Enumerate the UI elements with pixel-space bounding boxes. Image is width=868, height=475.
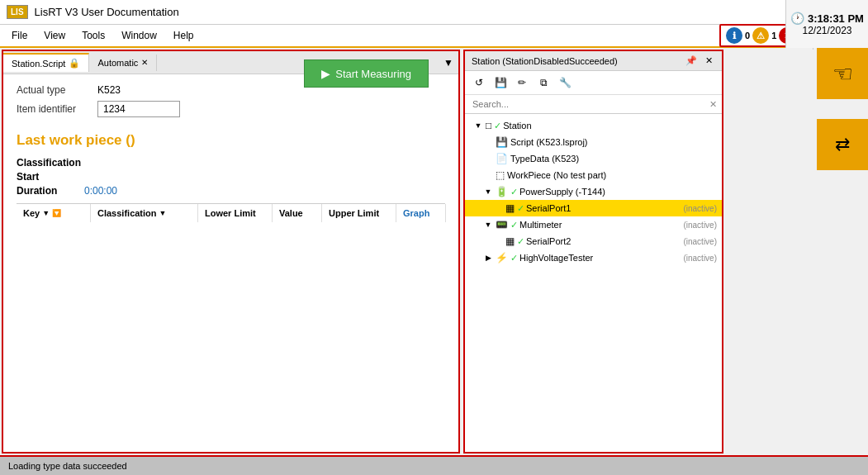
- tree-item-multimeter[interactable]: ▼ 📟 ✓ Multimeter (inactive): [465, 216, 722, 233]
- touch-sidebar-button[interactable]: ☜: [817, 48, 868, 99]
- station-icon: □: [486, 120, 491, 131]
- warn-badge-icon: ⚠: [752, 27, 769, 44]
- search-row: ✕: [465, 95, 722, 114]
- tree-item-serialport2[interactable]: ▦ ✓ SerialPort2 (inactive): [465, 233, 722, 249]
- start-row: Start: [17, 171, 445, 183]
- panel-window-controls: 📌 ✕: [683, 55, 715, 67]
- search-input[interactable]: [470, 97, 709, 112]
- toolbar-edit-btn[interactable]: ✏: [513, 74, 531, 92]
- key-filter-icon: ▼: [42, 209, 50, 217]
- multimeter-status: (inactive): [683, 221, 717, 230]
- start-btn-label: Start Measuring: [335, 68, 411, 80]
- right-sidebar: ☜ ⇄: [817, 48, 868, 170]
- typedata-icon: 📄: [496, 153, 508, 164]
- duration-row: Duration 0:00:00: [17, 185, 445, 197]
- panel-close-icon[interactable]: ✕: [703, 55, 715, 67]
- menu-file[interactable]: File: [3, 26, 36, 45]
- tab-dropdown-icon[interactable]: ▼: [439, 57, 458, 69]
- tab-station-script[interactable]: Station.Script 🔒: [3, 53, 89, 72]
- app-logo: LIS: [7, 5, 28, 19]
- highvoltage-expand-icon[interactable]: ▶: [483, 254, 493, 262]
- start-label: Start: [17, 171, 74, 183]
- serialport2-label: SerialPort2: [526, 236, 683, 246]
- serialport2-status: (inactive): [683, 237, 717, 246]
- menu-view[interactable]: View: [36, 26, 74, 45]
- info-badge-count: 0: [745, 31, 750, 40]
- toolbar-copy-btn[interactable]: ⧉: [534, 74, 553, 92]
- panel-pin-icon[interactable]: 📌: [683, 55, 700, 67]
- serialport2-icon: ▦: [505, 235, 515, 247]
- tree-item-typedata[interactable]: 📄 TypeData (K523): [465, 150, 722, 167]
- search-clear-icon[interactable]: ✕: [709, 99, 717, 110]
- swap-sidebar-button[interactable]: ⇄: [817, 119, 868, 170]
- col-lower-limit[interactable]: Lower Limit: [198, 204, 273, 222]
- duration-value: 0:00:00: [84, 185, 117, 197]
- clock-icon: 🕐: [790, 12, 804, 25]
- col-upper-limit[interactable]: Upper Limit: [322, 204, 396, 222]
- multimeter-icon: 📟: [496, 219, 508, 230]
- key-filter-active: 🔽: [52, 209, 61, 217]
- workpiece-icon: ⬚: [496, 169, 505, 181]
- tree-item-station[interactable]: ▼ □ ✓ Station: [465, 117, 722, 134]
- serialport1-label: SerialPort1: [526, 203, 683, 213]
- multimeter-expand-icon[interactable]: ▼: [483, 221, 493, 229]
- col-graph[interactable]: Graph: [396, 204, 446, 222]
- tab-automatic-label: Automatic: [97, 58, 138, 68]
- typedata-label: TypeData (K523): [510, 154, 717, 164]
- tab-close-icon[interactable]: ✕: [141, 58, 148, 67]
- tree-item-serialport1[interactable]: ▦ ✓ SerialPort1 (inactive): [465, 200, 722, 216]
- sidebar-divider: [817, 99, 868, 116]
- station-check-icon: ✓: [494, 121, 501, 131]
- workpiece-label: WorkPiece (No test part): [507, 170, 717, 180]
- warn-badge-count: 1: [771, 31, 776, 40]
- station-label: Station: [503, 121, 717, 131]
- tree-item-highvoltage[interactable]: ▶ ⚡ ✓ HighVoltageTester (inactive): [465, 249, 722, 266]
- content-row: Station.Script 🔒 Automatic ✕ ▼ Actual ty…: [0, 48, 817, 455]
- status-bar: Loading type data succeeded: [0, 455, 868, 475]
- clock-date: 12/21/2023: [802, 25, 851, 36]
- multimeter-label: Multimeter: [519, 220, 683, 230]
- col-key[interactable]: Key ▼ 🔽: [17, 204, 91, 222]
- powersupply-expand-icon[interactable]: ▼: [483, 188, 493, 196]
- tab-automatic[interactable]: Automatic ✕: [89, 55, 157, 71]
- col-value[interactable]: Value: [273, 204, 322, 222]
- classification-row: Classification: [17, 157, 445, 169]
- tab-lock-icon: 🔒: [69, 58, 80, 69]
- classification-filter-icon: ▼: [159, 209, 167, 217]
- actual-type-label: Actual type: [17, 84, 91, 96]
- actual-type-row: Actual type K523: [17, 84, 180, 96]
- tree-item-powersupply[interactable]: ▼ 🔋 ✓ PowerSupply (-T144): [465, 183, 722, 200]
- menu-window[interactable]: Window: [113, 26, 165, 45]
- menu-tools[interactable]: Tools: [74, 26, 113, 45]
- script-label: Script (K523.lsproj): [510, 137, 717, 147]
- station-tree: ▼ □ ✓ Station 💾 Script (K523.lsproj) 📄: [465, 114, 722, 452]
- actual-type-value: K523: [97, 84, 121, 96]
- duration-label: Duration: [17, 185, 74, 197]
- panel-title: Station (StationDisabledSucceeded): [472, 56, 680, 66]
- classification-label: Classification: [17, 157, 81, 169]
- results-table-header: Key ▼ 🔽 Classification ▼ Lower Limit Val…: [17, 203, 445, 222]
- touch-icon: ☜: [832, 60, 853, 88]
- serialport1-check-icon: ✓: [517, 203, 524, 214]
- col-classification[interactable]: Classification ▼: [91, 204, 198, 222]
- start-measuring-button[interactable]: ▶ Start Measuring: [304, 59, 429, 88]
- powersupply-label: PowerSupply (-T144): [519, 187, 717, 197]
- menu-help[interactable]: Help: [165, 26, 202, 45]
- toolbar-settings-btn[interactable]: 🔧: [556, 74, 574, 92]
- highvoltage-check-icon: ✓: [510, 253, 518, 264]
- last-workpiece-title: Last work piece (): [17, 132, 445, 149]
- toolbar-refresh-btn[interactable]: ↺: [470, 74, 488, 92]
- multimeter-check-icon: ✓: [510, 220, 518, 230]
- item-id-input[interactable]: [97, 101, 180, 117]
- station-expand-icon[interactable]: ▼: [473, 121, 483, 130]
- right-panel: Station (StationDisabledSucceeded) 📌 ✕ ↺…: [463, 50, 723, 454]
- tree-item-workpiece[interactable]: ⬚ WorkPiece (No test part): [465, 167, 722, 183]
- serialport1-status: (inactive): [683, 204, 717, 213]
- swap-icon: ⇄: [835, 134, 850, 155]
- toolbar-save-btn[interactable]: 💾: [491, 74, 510, 92]
- powersupply-icon: 🔋: [496, 186, 508, 197]
- tree-item-script[interactable]: 💾 Script (K523.lsproj): [465, 134, 722, 150]
- script-icon: 💾: [496, 136, 508, 148]
- window-title: LisRT V3 User Documentation: [35, 6, 789, 18]
- info-badge-icon: ℹ: [726, 27, 742, 44]
